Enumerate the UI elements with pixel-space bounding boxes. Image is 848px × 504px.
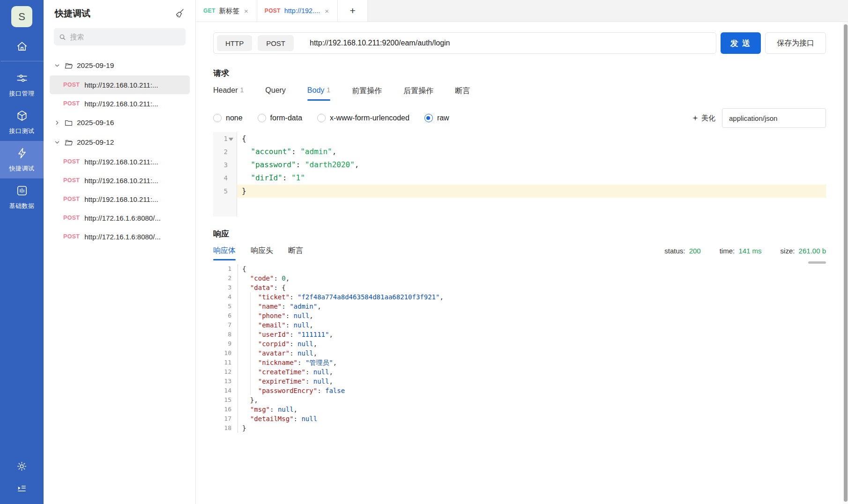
token-p: : <box>290 340 298 348</box>
token-p: , <box>329 368 333 376</box>
request-tab-后置操作[interactable]: 后置操作 <box>403 86 433 101</box>
radio-button[interactable] <box>424 114 433 122</box>
body-type-x-www-form-urlencoded[interactable]: x-www-form-urlencoded <box>317 114 409 122</box>
indent-guide <box>250 386 251 395</box>
history-item[interactable]: POSThttp://172.16.1.6:8080/... <box>50 208 190 227</box>
content-type-select[interactable]: application/json <box>722 108 826 128</box>
rail-nav: 接口管理接口测试快捷调试基础数据 <box>0 66 44 216</box>
close-icon[interactable]: × <box>324 7 330 15</box>
sidebar-item-home[interactable] <box>0 37 44 61</box>
editor-line-content[interactable]: "password": "darth2020", <box>237 158 826 171</box>
request-tab-body[interactable]: Body1 <box>307 86 330 101</box>
response-line-content: "nickname": "管理员", <box>238 358 826 367</box>
sidebar-item-3[interactable]: 快捷调试 <box>0 141 44 178</box>
method-select[interactable]: POST <box>258 35 294 51</box>
history-item[interactable]: POSThttp://192.168.10.211:... <box>50 190 190 208</box>
editor-gutter[interactable]: 1 <box>213 132 237 145</box>
line-number: 17 <box>213 414 238 423</box>
history-item[interactable]: POSThttp://192.168.10.211:... <box>50 152 190 171</box>
response-line: 4 "ticket": "f2f48a774a8d463584d81aa6821… <box>213 292 826 302</box>
history-item[interactable]: POSThttp://192.168.10.211:... <box>50 75 190 94</box>
sidebar-item-4[interactable]: 基础数据 <box>0 178 44 216</box>
send-button[interactable]: 发 送 <box>721 32 761 54</box>
editor-line-content[interactable]: "account": "admin", <box>237 145 826 158</box>
protocol-select[interactable]: HTTP <box>217 35 252 51</box>
response-tab-响应头[interactable]: 响应头 <box>251 246 273 260</box>
indent-guide <box>250 377 251 386</box>
tab-method-badge: POST <box>265 7 281 14</box>
history-item[interactable]: POSThttp://192.168.10.211:... <box>50 171 190 190</box>
response-tab-响应体[interactable]: 响应体 <box>213 246 236 260</box>
add-tab-button[interactable]: + <box>338 0 368 22</box>
app-logo[interactable]: S <box>11 6 32 27</box>
request-tab-header[interactable]: Header1 <box>213 86 244 101</box>
beautify-button[interactable]: 美化 <box>692 114 715 123</box>
token-p: }, <box>250 396 258 404</box>
body-type-label: raw <box>437 114 449 122</box>
request-tab-断言[interactable]: 断言 <box>455 86 470 101</box>
token-p: : <box>282 303 290 310</box>
response-tab-label: 响应头 <box>251 246 273 256</box>
sidebar-item-1[interactable]: 接口管理 <box>0 66 44 104</box>
fold-caret-icon[interactable] <box>229 136 233 141</box>
token-p: , <box>355 160 359 169</box>
response-tab-断言[interactable]: 断言 <box>288 246 303 260</box>
request-tab-label: Query <box>265 86 286 96</box>
scrollbar-thumb[interactable] <box>844 24 848 502</box>
token-p: { <box>242 134 246 143</box>
tree-folder[interactable]: 2025-09-16 <box>44 113 195 133</box>
editor-gutter[interactable]: 2 <box>213 145 237 158</box>
token-s: "f2f48a774a8d463584d81aa68210f3f921" <box>298 293 439 301</box>
request-method-badge: POST <box>63 177 80 184</box>
search-box[interactable] <box>54 28 186 45</box>
request-page: HTTP POST http://192.168.10.211:9200/eam… <box>196 22 848 504</box>
indent-guide <box>250 311 251 320</box>
body-type-none[interactable]: none <box>213 114 243 122</box>
search-input[interactable] <box>70 33 181 41</box>
body-type-form-data[interactable]: form-data <box>258 114 302 122</box>
request-tab-query[interactable]: Query <box>265 86 286 101</box>
close-icon[interactable]: × <box>243 7 249 15</box>
response-tab-label: 响应体 <box>213 246 236 256</box>
request-body-editor[interactable]: 1{2 "account": "admin",3 "password": "da… <box>213 132 826 216</box>
body-type-raw[interactable]: raw <box>424 114 449 122</box>
body-type-label: form-data <box>270 114 302 122</box>
vertical-scrollbar[interactable] <box>843 22 848 504</box>
token-k: "avatar" <box>258 349 290 357</box>
radio-button[interactable] <box>213 114 222 122</box>
token-p: , <box>309 312 313 319</box>
home-icon <box>16 40 28 52</box>
response-section-title: 响应 <box>213 229 826 239</box>
fold-caret-spacer <box>229 189 233 193</box>
radio-button[interactable] <box>258 114 266 122</box>
sidebar-item-2[interactable]: 接口测试 <box>0 104 44 141</box>
editor-line-content[interactable]: { <box>237 132 826 145</box>
editor-gutter <box>213 198 237 216</box>
editor-gutter[interactable]: 3 <box>213 158 237 171</box>
clear-history-icon[interactable] <box>174 8 185 19</box>
history-item[interactable]: POSThttp://192.168.10.211:... <box>50 94 190 113</box>
request-tab-前置操作[interactable]: 前置操作 <box>352 86 382 101</box>
token-c: null <box>278 406 294 413</box>
radio-button[interactable] <box>317 114 326 122</box>
history-item[interactable]: POSThttp://172.16.1.6:8080/... <box>50 227 190 246</box>
horizontal-scrollbar[interactable] <box>808 261 826 264</box>
line-number: 5 <box>224 185 228 198</box>
editor-line-content[interactable]: "dirId": "1" <box>237 171 826 185</box>
response-line-content: } <box>238 423 826 433</box>
tree-folder[interactable]: 2025-09-12 <box>44 133 195 152</box>
editor-gutter[interactable]: 5 <box>213 185 237 198</box>
response-body-viewer[interactable]: 1{2 "code": 0,3 "data": {4 "ticket": "f2… <box>213 264 826 433</box>
editor-gutter[interactable]: 4 <box>213 171 237 185</box>
collapse-menu-icon[interactable] <box>16 483 27 494</box>
folder-label: 2025-09-16 <box>77 119 114 127</box>
request-url-text: http://192.168.10.211:... <box>84 158 158 166</box>
editor-line-content[interactable]: } <box>237 185 826 198</box>
tree-folder[interactable]: 2025-09-19 <box>44 56 195 75</box>
url-input[interactable]: http://192.168.10.211:9200/eam/auth/logi… <box>310 39 450 47</box>
indent-guide <box>250 292 251 302</box>
tab-2[interactable]: POSThttp://192....× <box>257 0 338 22</box>
save-as-api-button[interactable]: 保存为接口 <box>765 32 826 54</box>
tab-1[interactable]: GET新标签× <box>196 0 257 22</box>
gear-icon[interactable] <box>16 461 27 472</box>
